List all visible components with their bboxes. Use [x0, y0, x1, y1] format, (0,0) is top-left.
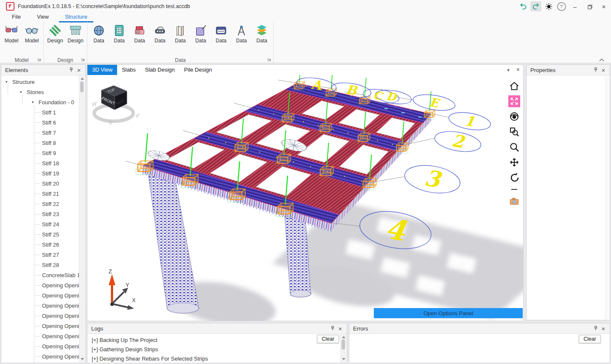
tree-item[interactable]: ▾ Stiff 28	[1, 260, 79, 270]
tree-item[interactable]: ▾ Stiff 9	[1, 148, 79, 158]
tab-close-icon[interactable]: ×	[513, 65, 523, 75]
close-icon[interactable]: ×	[336, 325, 344, 332]
tree-item[interactable]: ▾ Stiff 18	[1, 158, 79, 168]
dialog-launcher-icon[interactable]	[267, 57, 272, 61]
elements-scrollbar[interactable]	[79, 75, 85, 362]
menu-item[interactable]: Structure	[59, 13, 93, 22]
close-icon[interactable]: ×	[600, 66, 607, 74]
ribbon-button[interactable]: Model	[3, 24, 20, 55]
tree-item[interactable]: ▾ Opening Opening	[1, 351, 79, 361]
zoom-window-button[interactable]	[508, 126, 520, 138]
maximize-button[interactable]	[582, 0, 597, 12]
svg-text:Y: Y	[126, 282, 129, 288]
scroll-down-icon[interactable]	[342, 358, 345, 360]
ribbon-button[interactable]: Data	[171, 24, 189, 55]
help-button[interactable]: ?	[556, 1, 567, 11]
minimize-button[interactable]: –	[568, 0, 582, 12]
ribbon-button[interactable]: Model	[23, 24, 41, 55]
document-tab[interactable]: Pile Design	[179, 65, 217, 75]
tree-item[interactable]: ▾ Opening Opening	[1, 341, 79, 351]
tree-item[interactable]: ▾ Opening Opening	[1, 300, 79, 311]
close-icon[interactable]: ×	[600, 325, 607, 332]
visibility-button[interactable]	[508, 111, 520, 122]
zoom-extents-button[interactable]	[508, 95, 520, 107]
rotate-button[interactable]	[508, 172, 520, 183]
slab-top	[143, 83, 431, 223]
zoom-button[interactable]	[508, 141, 520, 153]
tree-item[interactable]: ▾ Stiff 27	[1, 250, 79, 260]
document-tab[interactable]: Slab Design	[140, 65, 179, 75]
tree-item[interactable]: ▾ Opening Opening	[1, 280, 79, 290]
pin-icon[interactable]	[329, 325, 336, 332]
tree-item[interactable]: ▾ Stiff 21	[1, 189, 79, 199]
ribbon-button[interactable]: Design	[67, 24, 84, 55]
tree-item[interactable]: ▾ Opening Opening	[1, 331, 79, 341]
pin-icon[interactable]	[592, 66, 600, 74]
3d-viewport[interactable]: A B C D E 1 2 3 4 W S E	[87, 75, 523, 321]
pan-button[interactable]	[508, 156, 520, 168]
dialog-launcher-icon[interactable]	[81, 57, 85, 61]
ribbon-button[interactable]: Data	[110, 24, 128, 55]
elements-tree: ▾ Structure ▾ Stories ▾ Foundation - 0 ▾…	[1, 75, 79, 363]
tree-item[interactable]: ▾ Stories	[1, 87, 79, 97]
document-tab[interactable]: 3D View	[87, 65, 117, 75]
3d-scene[interactable]: A B C D E 1 2 3 4 W S E	[87, 75, 523, 321]
ribbon-button[interactable]: Data	[253, 24, 271, 55]
pin-icon[interactable]	[67, 66, 75, 74]
redo-button[interactable]	[530, 1, 541, 11]
menu-item[interactable]: View	[31, 13, 55, 22]
tree-expander-icon[interactable]: ▾	[20, 90, 27, 94]
pin-icon[interactable]	[592, 325, 600, 332]
tree-expander-icon[interactable]: ▾	[6, 80, 12, 84]
tree-item[interactable]: ▾ Stiff 19	[1, 168, 79, 178]
snapshot-button[interactable]	[508, 195, 520, 207]
scrollbar-thumb[interactable]	[80, 81, 84, 92]
scroll-up-icon[interactable]	[342, 336, 345, 338]
tab-list-dropdown-icon[interactable]: ▾	[504, 65, 513, 75]
tree-item[interactable]: ▾ Stiff 26	[1, 239, 79, 250]
tree-item[interactable]: ▾ ConcreteSlab 1708	[1, 270, 79, 280]
tree-item[interactable]: ▾ Stiff 20	[1, 178, 79, 189]
close-button[interactable]: ×	[597, 0, 611, 12]
tree-item[interactable]: ▾ Stiff 1	[1, 107, 79, 117]
title-bar[interactable]: F FoundationEx 1.0.18.5 - E:\concrete\Sa…	[0, 0, 611, 13]
home-button[interactable]	[508, 80, 520, 92]
ribbon-button[interactable]: Data	[233, 24, 250, 55]
tree-item[interactable]: ▾ Opening Opening	[1, 290, 79, 300]
tree-item[interactable]: ▾ Opening Opening	[1, 311, 79, 321]
ribbon-collapse-icon[interactable]	[598, 58, 605, 63]
tree-item[interactable]: ▾ Foundation - 0	[1, 97, 79, 107]
close-icon[interactable]: ×	[75, 66, 83, 74]
tree-item[interactable]: ▾ Stiff 8	[1, 138, 79, 148]
errors-clear-button[interactable]: Clear	[579, 335, 601, 343]
zoom-extents-icon	[510, 97, 519, 106]
logs-scrollbar[interactable]	[340, 334, 346, 362]
tree-item[interactable]: ▾ Stiff 24	[1, 219, 79, 229]
ribbon-button[interactable]: Data	[212, 24, 230, 55]
tree-item[interactable]: ▾ Stiff 6	[1, 117, 79, 128]
document-tab[interactable]: Slabs	[117, 65, 140, 75]
tree-item[interactable]: ▾ Stiff 22	[1, 199, 79, 209]
tree-item[interactable]: ▾ Stiff 23	[1, 209, 79, 219]
logs-clear-button[interactable]: Clear	[317, 335, 339, 343]
ribbon-button[interactable]: Design	[46, 24, 64, 55]
tree-item[interactable]: ▾ Stiff 25	[1, 229, 79, 239]
scroll-up-icon[interactable]	[81, 78, 84, 80]
properties-scrollbar[interactable]	[605, 75, 609, 320]
ribbon-button[interactable]: Data	[90, 24, 108, 55]
tree-expander-icon[interactable]: ▾	[32, 100, 39, 104]
undo-button[interactable]	[518, 1, 529, 11]
open-options-panel-button[interactable]: Open Options Panel	[374, 308, 523, 318]
dialog-launcher-icon[interactable]	[37, 57, 42, 61]
scroll-down-icon[interactable]	[81, 358, 84, 360]
tree-item[interactable]: ▾ Structure	[1, 77, 79, 87]
view-cube[interactable]: W S E TOP FRONT RIGHT	[91, 86, 141, 126]
scrollbar-thumb[interactable]	[342, 339, 345, 350]
ribbon-button[interactable]: Data	[131, 24, 149, 55]
tree-item[interactable]: ▾ Opening Opening	[1, 321, 79, 331]
menu-item[interactable]: File	[6, 13, 27, 22]
theme-toggle-button[interactable]	[543, 1, 554, 11]
ribbon-button[interactable]: Data	[192, 24, 210, 55]
ribbon-button[interactable]: Data	[151, 24, 169, 55]
tree-item[interactable]: ▾ Stiff 7	[1, 128, 79, 138]
